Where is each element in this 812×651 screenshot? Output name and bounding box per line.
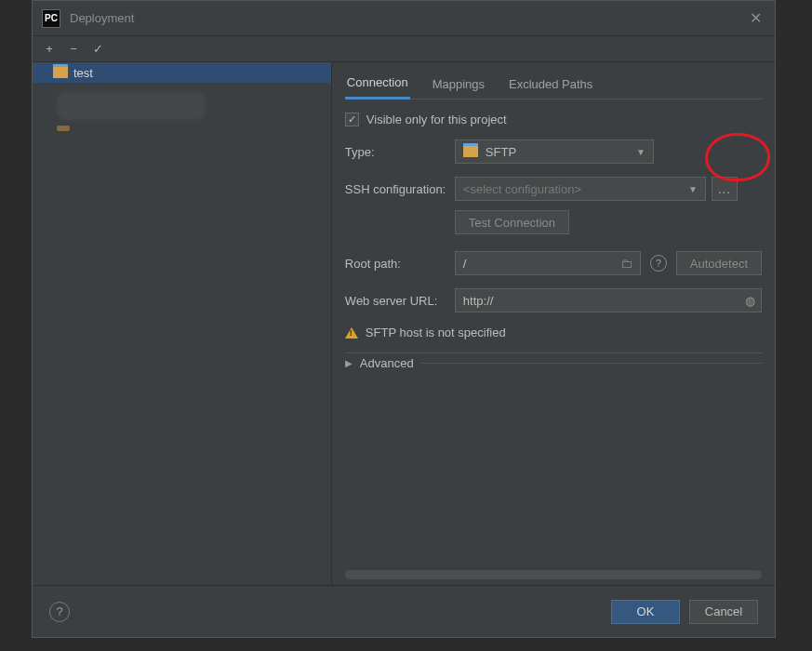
titlebar: PC Deployment ✕ xyxy=(33,1,775,36)
sftp-icon xyxy=(463,146,478,157)
pycharm-icon: PC xyxy=(42,9,60,28)
type-row: Type: SFTP ▼ xyxy=(345,140,762,164)
visible-only-label: Visible only for this project xyxy=(366,113,507,126)
server-item-test[interactable]: test xyxy=(33,62,331,83)
warning-row: SFTP host is not specified xyxy=(345,326,762,339)
chevron-right-icon: ▶ xyxy=(345,358,353,368)
server-item-label: test xyxy=(73,66,93,80)
deployment-dialog: PC Deployment ✕ + − ✓ test Connection Ma… xyxy=(32,0,776,638)
root-path-label: Root path: xyxy=(345,257,455,271)
test-connection-button[interactable]: Test Connection xyxy=(455,210,569,234)
globe-icon[interactable]: ◍ xyxy=(745,294,755,308)
ok-button[interactable]: OK xyxy=(611,600,680,624)
type-value: SFTP xyxy=(486,145,516,159)
type-combobox[interactable]: SFTP ▼ xyxy=(455,140,654,164)
root-path-row: Root path: / 🗀 ? Autodetect xyxy=(345,251,762,275)
web-url-input[interactable]: http:// ◍ xyxy=(455,288,762,312)
visible-only-checkbox[interactable]: ✓ xyxy=(345,113,359,126)
root-path-value: / xyxy=(463,257,467,271)
add-button[interactable]: + xyxy=(38,39,60,60)
redacted-item xyxy=(57,92,206,120)
ssh-config-row: SSH configuration: <select configuration… xyxy=(345,177,762,201)
close-icon[interactable]: ✕ xyxy=(746,6,765,31)
redacted-icon xyxy=(57,126,70,131)
ssh-config-label: SSH configuration: xyxy=(345,182,455,196)
tabs: Connection Mappings Excluded Paths xyxy=(345,62,762,100)
tab-excluded-paths[interactable]: Excluded Paths xyxy=(507,68,594,99)
server-list: test xyxy=(33,62,332,585)
advanced-section[interactable]: ▶ Advanced xyxy=(345,352,762,373)
horizontal-scrollbar[interactable] xyxy=(345,570,762,579)
chevron-down-icon: ▼ xyxy=(688,184,698,194)
toolbar: + − ✓ xyxy=(33,36,775,62)
visible-only-row: ✓ Visible only for this project xyxy=(345,113,762,126)
ssh-config-browse-button[interactable]: ... xyxy=(712,177,738,201)
ssh-config-combobox[interactable]: <select configuration> ▼ xyxy=(455,177,706,201)
ssh-config-placeholder: <select configuration> xyxy=(463,182,581,196)
tab-mappings[interactable]: Mappings xyxy=(431,68,486,99)
type-label: Type: xyxy=(345,145,455,159)
cancel-button[interactable]: Cancel xyxy=(689,600,758,624)
window-title: Deployment xyxy=(70,11,134,25)
warning-icon xyxy=(345,327,358,339)
web-url-row: Web server URL: http:// ◍ xyxy=(345,288,762,312)
web-url-label: Web server URL: xyxy=(345,294,455,308)
sftp-icon xyxy=(53,67,68,78)
help-icon[interactable]: ? xyxy=(650,255,667,272)
folder-icon[interactable]: 🗀 xyxy=(620,257,632,271)
remove-button[interactable]: − xyxy=(62,39,85,60)
autodetect-button[interactable]: Autodetect xyxy=(676,251,762,275)
details-pane: Connection Mappings Excluded Paths ✓ Vis… xyxy=(332,62,775,585)
tab-connection[interactable]: Connection xyxy=(345,66,410,100)
web-url-value: http:// xyxy=(463,294,494,308)
dialog-footer: ? OK Cancel xyxy=(33,585,775,637)
body: test Connection Mappings Excluded Paths … xyxy=(33,62,775,585)
help-button[interactable]: ? xyxy=(49,602,70,622)
test-connection-row: Test Connection xyxy=(345,210,762,234)
root-path-input[interactable]: / 🗀 xyxy=(455,251,641,275)
chevron-down-icon: ▼ xyxy=(636,147,646,157)
mark-default-button[interactable]: ✓ xyxy=(87,39,109,60)
advanced-label: Advanced xyxy=(360,356,414,370)
warning-text: SFTP host is not specified xyxy=(366,326,506,339)
